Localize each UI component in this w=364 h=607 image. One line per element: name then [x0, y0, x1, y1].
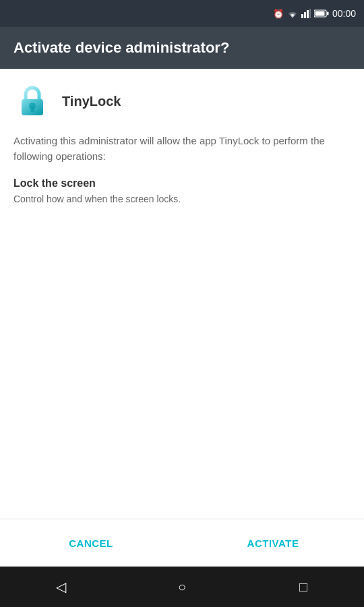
permission-item: Lock the screen Control how and when the…	[13, 177, 351, 206]
wifi-icon	[287, 9, 298, 18]
back-button[interactable]: ◁	[47, 573, 74, 600]
permission-title: Lock the screen	[13, 177, 351, 190]
button-row: CANCEL ACTIVATE	[0, 519, 364, 567]
svg-rect-6	[327, 12, 329, 16]
alarm-icon: ⏰	[273, 9, 284, 19]
activate-button[interactable]: ACTIVATE	[182, 519, 364, 567]
signal-icon	[301, 9, 311, 18]
navigation-bar: ◁ ○ □	[0, 567, 364, 607]
svg-rect-0	[301, 14, 303, 18]
app-name: TinyLock	[62, 94, 121, 109]
svg-rect-5	[315, 11, 324, 16]
svg-rect-9	[31, 107, 34, 112]
permission-description: Control how and when the screen locks.	[13, 192, 351, 206]
svg-rect-2	[307, 10, 309, 18]
recents-button[interactable]: □	[290, 573, 317, 600]
status-bar: ⏰ 00:00	[0, 0, 364, 27]
svg-rect-3	[309, 9, 311, 18]
battery-icon	[314, 9, 329, 18]
svg-rect-1	[304, 12, 306, 18]
description-text: Activating this administrator will allow…	[13, 134, 351, 164]
cancel-button[interactable]: CANCEL	[0, 519, 182, 567]
home-button[interactable]: ○	[169, 573, 195, 600]
content-area: TinyLock Activating this administrator w…	[0, 69, 364, 519]
app-row: TinyLock	[13, 82, 351, 120]
status-icons: ⏰ 00:00	[273, 8, 356, 19]
page-header: Activate device administrator?	[0, 27, 364, 69]
app-icon	[13, 82, 51, 120]
page-title: Activate device administrator?	[13, 39, 351, 57]
status-time: 00:00	[332, 8, 356, 19]
